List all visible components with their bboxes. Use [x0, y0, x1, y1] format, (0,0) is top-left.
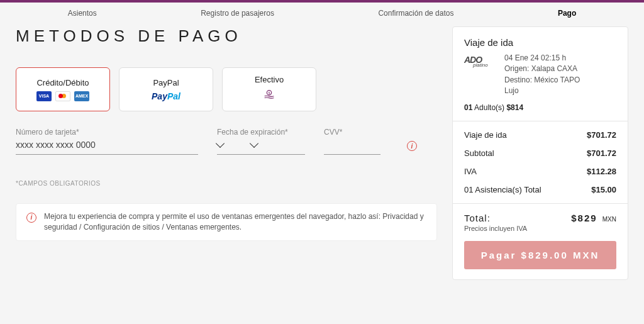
price-row: IVA$112.28 — [464, 167, 616, 176]
paypal-icon: PayPal — [152, 91, 180, 101]
checkout-steps: Asientos Registro de pasajeros Confirmac… — [16, 3, 628, 26]
price-row: Subtotal$701.72 — [464, 148, 616, 158]
cvv-input[interactable] — [324, 139, 380, 150]
step-passengers[interactable]: Registro de pasajeros — [201, 9, 274, 18]
trip-destination: Destino: México TAPO — [504, 75, 580, 86]
required-fields-note: *CAMPOS OBLIGATORIOS — [16, 180, 437, 187]
banner-text: Mejora tu experiencia de compra y permit… — [44, 211, 426, 233]
passenger-line: 01 Adulto(s) $814 — [464, 103, 616, 112]
step-confirm[interactable]: Confirmación de datos — [378, 9, 453, 18]
info-icon: i — [26, 213, 36, 223]
card-number-field[interactable]: Número de tarjeta* xxxx xxxx xxxx 0000 — [16, 128, 198, 155]
divider — [453, 203, 628, 204]
trip-class: Lujo — [504, 86, 580, 96]
method-cash[interactable]: Efectivo $ — [222, 67, 316, 111]
total-row: Total: $829 MXN — [464, 213, 616, 223]
card-number-input[interactable]: xxxx xxxx xxxx 0000 — [16, 139, 198, 150]
cvv-field[interactable]: CVV* — [324, 128, 380, 155]
trip-title: Viaje de ida — [464, 37, 616, 48]
step-payment[interactable]: Pago — [558, 9, 576, 18]
visa-icon: VISA — [36, 91, 52, 101]
bus-brand-logo: ADOplatino — [464, 53, 498, 97]
expiry-label: Fecha de expiración* — [217, 128, 305, 137]
trip-summary-panel: Viaje de ida ADOplatino 04 Ene 24 02:15 … — [452, 26, 628, 280]
cvv-label: CVV* — [324, 128, 380, 137]
divider — [453, 121, 628, 121]
popup-info-banner: i Mejora tu experiencia de compra y perm… — [16, 203, 437, 241]
payment-methods: Crédito/Débito VISA AMEX PayPal PayPal E… — [16, 67, 437, 111]
expiry-field[interactable]: Fecha de expiración* — [217, 128, 305, 155]
cash-icon: $ — [261, 88, 277, 104]
method-paypal-label: PayPal — [153, 78, 179, 87]
info-icon[interactable]: i — [407, 141, 417, 151]
method-card[interactable]: Crédito/Débito VISA AMEX — [16, 67, 110, 111]
step-seats[interactable]: Asientos — [68, 9, 97, 18]
method-cash-label: Efectivo — [255, 75, 284, 84]
card-brand-icons: VISA AMEX — [36, 91, 89, 101]
tax-note: Precios incluyen IVA — [464, 225, 616, 232]
card-number-label: Número de tarjeta* — [16, 128, 198, 137]
price-row: 01 Asistencia(s) Total$15.00 — [464, 185, 616, 194]
card-form: Número de tarjeta* xxxx xxxx xxxx 0000 F… — [16, 128, 437, 155]
trip-origin: Origen: Xalapa CAXA — [504, 64, 580, 74]
mastercard-icon — [55, 91, 70, 101]
page-title: METODOS DE PAGO — [16, 26, 437, 46]
trip-datetime: 04 Ene 24 02:15 h — [504, 53, 580, 64]
method-paypal[interactable]: PayPal PayPal — [119, 67, 213, 111]
price-row: Viaje de ida$701.72 — [464, 130, 616, 140]
chevron-down-icon[interactable] — [250, 139, 258, 148]
pay-button[interactable]: Pagar $829.00 MXN — [464, 241, 616, 269]
method-card-label: Crédito/Débito — [36, 78, 89, 87]
svg-text:$: $ — [268, 91, 270, 95]
chevron-down-icon[interactable] — [216, 139, 225, 148]
amex-icon: AMEX — [74, 91, 89, 101]
